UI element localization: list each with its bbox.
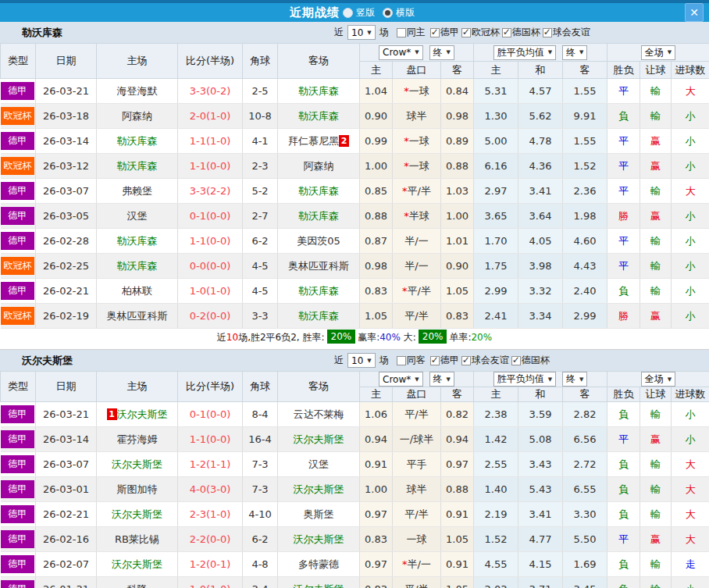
filter-checkbox[interactable]: 德国杯: [511, 354, 550, 367]
sub-column-header: 主: [360, 62, 393, 79]
recent-count-select-value: 10: [351, 27, 363, 38]
result-outcome: 負: [607, 502, 640, 527]
away-team-cell[interactable]: 勒沃库森: [278, 279, 360, 304]
home-team-cell[interactable]: 勒沃库森: [97, 229, 178, 254]
filter-checkbox[interactable]: 欧冠杯: [461, 26, 500, 39]
summary-segment: 20%: [471, 332, 492, 343]
away-team-cell[interactable]: 勒沃库森: [278, 304, 360, 329]
odds-final-select[interactable]: 终▼: [429, 45, 454, 60]
close-icon[interactable]: ✕: [685, 3, 704, 22]
away-team-cell[interactable]: 勒沃库森: [278, 179, 360, 204]
handicap-text: 一球: [409, 160, 429, 172]
home-team-cell[interactable]: 沃尔夫斯堡: [97, 552, 178, 577]
handicap-text: 平/半: [408, 185, 431, 197]
avg-provider-select-value: 胜平负均值: [497, 372, 544, 386]
home-team-name: 沃尔夫斯堡: [112, 558, 162, 570]
score-cell: 0-1(0-0): [178, 402, 243, 427]
league-badge: 德甲: [1, 555, 35, 573]
sub-column-header: 客: [563, 62, 607, 79]
full-match-select[interactable]: 全场▼: [641, 372, 675, 387]
summary-segment: 10: [226, 332, 238, 343]
odds-provider-select[interactable]: Crow*▼: [379, 372, 423, 387]
column-header: 主场: [97, 44, 178, 79]
result-handicap: 輸: [640, 179, 672, 204]
chevron-down-icon: ▼: [548, 376, 552, 383]
result-text: 小: [686, 260, 696, 272]
odds-provider-select[interactable]: Crow*▼: [379, 45, 423, 60]
odds-home: 0.91: [360, 452, 393, 477]
odds-home: 1.00: [360, 154, 393, 179]
result-outcome: 平: [607, 229, 640, 254]
away-team-cell[interactable]: 沃尔夫斯堡: [278, 477, 360, 502]
home-team-cell[interactable]: 勒沃库森: [97, 129, 178, 154]
home-team-cell[interactable]: 勒沃库森: [97, 254, 178, 279]
filter-checkbox-label: 同客: [407, 354, 426, 367]
table-row: 德甲26-03-01斯图加特4-0(3-0)7-3沃尔夫斯堡1.00球半0.88…: [1, 477, 709, 502]
checked-checkbox-icon: [430, 356, 440, 365]
score-cell: 1-1(0-0): [178, 427, 243, 452]
sub-column-header: 进球数: [672, 387, 709, 402]
date-cell: 26-03-14: [36, 129, 97, 154]
full-match-select[interactable]: 全场▼: [641, 45, 675, 60]
result-handicap: 輸: [640, 477, 672, 502]
odds-home: 0.88: [360, 204, 393, 229]
odds-away: 1.01: [441, 229, 474, 254]
home-team-cell[interactable]: 勒沃库森: [97, 154, 178, 179]
corners-cell: 2-3: [243, 154, 278, 179]
avg-final-select[interactable]: 终▼: [562, 372, 587, 387]
team-section-header: 沃尔夫斯堡近10▼场同客德甲球会友谊德国杯: [0, 350, 709, 371]
avg-home: 2.19: [474, 502, 518, 527]
vertical-layout-radio[interactable]: [343, 8, 353, 18]
corners-cell: 16-4: [243, 427, 278, 452]
filter-checkbox[interactable]: 德甲: [430, 354, 459, 367]
recent-count-select[interactable]: 10▼: [347, 353, 376, 368]
avg-draw: 4.57: [518, 79, 563, 104]
result-text: 大: [686, 533, 696, 545]
home-team-cell[interactable]: 1沃尔夫斯堡: [97, 402, 178, 427]
home-team-cell: 柏林联: [97, 279, 178, 304]
league-badge: 德甲: [1, 182, 35, 200]
filter-checkbox[interactable]: 德甲: [430, 26, 459, 39]
result-text: 小: [686, 210, 696, 222]
home-team-name: 勒沃库森: [117, 235, 158, 247]
odds-final-select[interactable]: 终▼: [429, 372, 454, 387]
avg-provider-select[interactable]: 胜平负均值▼: [493, 45, 556, 60]
chevron-down-icon: ▼: [548, 49, 552, 55]
avg-draw: 5.62: [518, 104, 563, 129]
table-row: 德甲26-03-14勒沃库森1-1(1-0)4-1拜仁慕尼黑20.99*一球0.…: [1, 129, 709, 154]
away-team-cell[interactable]: 沃尔夫斯堡: [278, 527, 360, 552]
filter-checkbox[interactable]: 球会友谊: [543, 26, 590, 39]
avg-provider-select[interactable]: 胜平负均值▼: [493, 372, 556, 387]
column-header: 类型: [1, 372, 36, 402]
home-team-name: 阿森纳: [122, 110, 152, 122]
away-team-cell[interactable]: 沃尔夫斯堡: [278, 427, 360, 452]
card-badge: 2: [339, 135, 349, 147]
away-team-cell[interactable]: 勒沃库森: [278, 204, 360, 229]
checked-checkbox-icon: [461, 28, 471, 37]
date-cell: 26-02-28: [36, 229, 97, 254]
away-team-cell[interactable]: 沃尔夫斯堡: [278, 577, 360, 588]
filter-checkbox[interactable]: 德国杯: [502, 26, 540, 39]
avg-final-select[interactable]: 终▼: [562, 45, 587, 60]
result-handicap: 赢: [640, 129, 672, 154]
league-cell: 德甲: [1, 452, 36, 477]
horizontal-layout-radio[interactable]: [383, 8, 393, 18]
league-cell: 德甲: [1, 179, 36, 204]
avg-away: 2.82: [563, 402, 607, 427]
column-header: 类型: [1, 44, 36, 79]
table-row: 欧冠杯26-02-25勒沃库森0-0(0-0)4-5奥林匹亚科斯0.98半/一0…: [1, 254, 709, 279]
home-team-cell[interactable]: 沃尔夫斯堡: [97, 502, 178, 527]
away-team-cell[interactable]: 勒沃库森: [278, 79, 360, 104]
filter-checkbox[interactable]: 同主: [397, 26, 426, 39]
filter-checkbox-label: 德国杯: [522, 354, 550, 367]
filter-checkbox[interactable]: 球会友谊: [461, 354, 509, 367]
away-team-cell[interactable]: 勒沃库森: [278, 104, 360, 129]
home-team-cell: 霍芬海姆: [97, 427, 178, 452]
results-table: 类型日期主场比分(半场)角球客场Crow*▼终▼胜平负均值▼终▼全场▼主盘口客主…: [0, 43, 709, 329]
filter-checkbox[interactable]: 同客: [397, 354, 426, 367]
recent-count-select[interactable]: 10▼: [347, 25, 376, 40]
score-text: 0-2(0-0): [190, 310, 231, 322]
sub-column-header: 盘口: [393, 387, 441, 402]
avg-home: 1.30: [474, 104, 518, 129]
home-team-cell[interactable]: 沃尔夫斯堡: [97, 452, 178, 477]
